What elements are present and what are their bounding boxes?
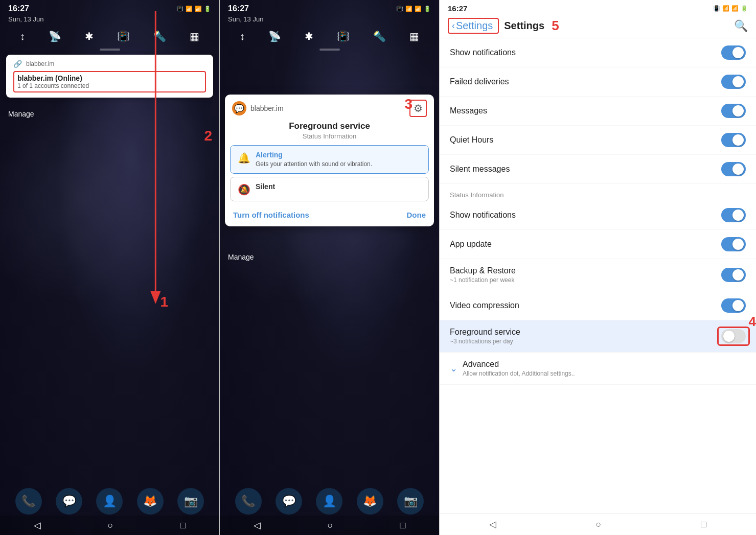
toggle-messages[interactable] xyxy=(721,104,746,118)
quick-settings-2: ↕ 📡 ✱ 📳 🔦 ▦ xyxy=(220,26,439,46)
notif-highlighted-1: blabber.im (Online) 1 of 1 accounts conn… xyxy=(13,71,206,92)
recents-nav-icon-2[interactable]: □ xyxy=(400,520,406,531)
settings-header: ‹ Settings Settings 5 🔍 xyxy=(440,15,756,38)
panel-2: 16:27 📳 📶 📶 🔋 Sun, 13 Jun ↕ 📡 ✱ 📳 🔦 ▦ 💬 … xyxy=(220,0,440,535)
settings-nav-bar: ◁ ○ □ xyxy=(440,513,756,535)
silent-label: Silent xyxy=(256,182,275,191)
contacts-dock-icon[interactable]: 👤 xyxy=(96,488,123,515)
settings-row-foreground-service[interactable]: Foreground service ~3 notifications per … xyxy=(440,320,756,353)
silent-option[interactable]: 🔕 Silent xyxy=(230,177,429,201)
messages-dock-icon-2[interactable]: 💬 xyxy=(276,488,302,515)
settings-row-video-compression[interactable]: Video compression xyxy=(440,291,756,320)
status-information-section: Status Information xyxy=(440,184,756,201)
toggle-quiet-hours[interactable] xyxy=(721,133,746,147)
settings-home-nav-icon[interactable]: ○ xyxy=(596,519,602,530)
settings-row-backup-restore[interactable]: Backup & Restore ~1 notification per wee… xyxy=(440,259,756,291)
back-nav-icon-2[interactable]: ◁ xyxy=(254,520,261,531)
settings-row-messages[interactable]: Messages xyxy=(440,97,756,126)
turn-off-button[interactable]: Turn off notifications xyxy=(233,211,309,219)
toggle-failed-deliveries[interactable] xyxy=(721,75,746,89)
done-button[interactable]: Done xyxy=(407,211,426,219)
contacts-dock-icon-2[interactable]: 👤 xyxy=(316,488,342,515)
row-title-messages: Messages xyxy=(450,106,487,115)
recents-nav-icon[interactable]: □ xyxy=(180,520,186,531)
settings-back-nav-icon[interactable]: ◁ xyxy=(489,519,496,530)
bluetooth-icon: ✱ xyxy=(85,30,94,42)
panel-1: 16:27 📳 📶 📶 🔋 Sun, 13 Jun ↕ 📡 ✱ 📳 🔦 ▦ 🔗 … xyxy=(0,0,220,535)
manage-label-2: Manage xyxy=(220,245,439,265)
settings-battery-icon: 🔋 xyxy=(741,5,748,12)
battery-icon-2: 🔋 xyxy=(424,6,431,12)
toggle-silent-messages[interactable] xyxy=(721,162,746,176)
alerting-label: Alerting xyxy=(256,151,372,159)
vibrate-icon: 📳 xyxy=(176,6,184,12)
settings-search-icon[interactable]: 🔍 xyxy=(734,19,748,33)
time-1: 16:27 xyxy=(8,4,29,13)
row-title-silent-messages: Silent messages xyxy=(450,165,510,174)
toggle-show-notifications[interactable] xyxy=(721,45,746,60)
row-title-app-update: App update xyxy=(450,240,492,249)
fox-dock-icon[interactable]: 🦊 xyxy=(137,488,164,515)
notif-header-1: 🔗 blabber.im xyxy=(13,60,206,68)
advanced-text: Advanced Allow notification dot, Additio… xyxy=(463,360,575,377)
row-title-failed-deliveries: Failed deliveries xyxy=(450,77,509,86)
qs-divider-2 xyxy=(319,49,340,51)
arrows-icon-2: ↕ xyxy=(240,31,245,42)
popup-subtitle: Status Information xyxy=(225,132,434,140)
toggle-video-compression[interactable] xyxy=(721,298,746,313)
step-4: 4 xyxy=(749,314,756,330)
alerting-option[interactable]: 🔔 Alerting Gets your attention with soun… xyxy=(230,145,429,174)
popup-footer: Turn off notifications Done xyxy=(225,204,434,226)
settings-row-quiet-hours[interactable]: Quiet Hours xyxy=(440,126,756,155)
advanced-row[interactable]: ⌄ Advanced Allow notification dot, Addit… xyxy=(440,353,756,385)
settings-row-silent-messages[interactable]: Silent messages xyxy=(440,155,756,184)
camera-dock-icon[interactable]: 📷 xyxy=(177,488,204,515)
step-1: 1 xyxy=(160,294,168,310)
settings-row-show-notifications-2[interactable]: Show notifications xyxy=(440,201,756,230)
popup-app-icon: 💬 xyxy=(232,101,246,115)
settings-status-bar: 16:27 📳 📶 📶 🔋 xyxy=(440,0,756,15)
alerting-desc: Gets your attention with sound or vibrat… xyxy=(256,160,372,168)
fox-dock-icon-2[interactable]: 🦊 xyxy=(357,488,383,515)
messages-dock-icon[interactable]: 💬 xyxy=(56,488,82,515)
settings-status-icons: 📳 📶 📶 🔋 xyxy=(713,5,748,12)
vibrate-qs-icon: 📳 xyxy=(117,30,130,42)
arrows-icon: ↕ xyxy=(20,31,25,42)
popup-app-row: 💬 blabber.im xyxy=(232,101,284,115)
settings-wifi-icon: 📶 xyxy=(722,5,729,12)
advanced-sub: Allow notification dot, Additional setti… xyxy=(463,370,575,377)
settings-header-left: ‹ Settings Settings 5 xyxy=(448,18,559,34)
toggle-backup-restore[interactable] xyxy=(721,268,746,282)
notif-app-1: blabber.im xyxy=(26,60,206,67)
row-sub-foreground-service: ~3 notifications per day xyxy=(450,338,520,345)
link-icon: 🔗 xyxy=(13,60,22,68)
settings-row-app-update[interactable]: App update xyxy=(440,230,756,259)
back-button[interactable]: ‹ Settings xyxy=(448,18,499,34)
settings-row-failed-deliveries[interactable]: Failed deliveries xyxy=(440,67,756,97)
home-nav-icon[interactable]: ○ xyxy=(108,520,113,531)
notification-card-1[interactable]: 🔗 blabber.im blabber.im (Online) 1 of 1 … xyxy=(6,55,213,98)
toggle-app-update[interactable] xyxy=(721,237,746,251)
camera-dock-icon-2[interactable]: 📷 xyxy=(397,488,424,515)
wifi-icon: 📶 xyxy=(186,6,193,12)
row-title-video-compression: Video compression xyxy=(450,301,519,310)
toggle-foreground-service[interactable] xyxy=(721,329,746,343)
popup-title: Foreground service xyxy=(225,117,434,132)
wifi-qs-icon: 📡 xyxy=(49,30,61,42)
phone-dock-icon[interactable]: 📞 xyxy=(15,488,42,515)
back-nav-icon[interactable]: ◁ xyxy=(34,520,41,531)
back-chevron-icon: ‹ xyxy=(452,20,455,31)
phone-dock-icon-2[interactable]: 📞 xyxy=(235,488,262,515)
silent-text: Silent xyxy=(256,182,275,191)
popup-header: 💬 blabber.im ⚙ xyxy=(225,95,434,117)
settings-recents-nav-icon[interactable]: □ xyxy=(701,519,706,530)
bluetooth-icon-2: ✱ xyxy=(305,30,313,42)
quick-settings-1: ↕ 📡 ✱ 📳 🔦 ▦ xyxy=(0,26,219,46)
settings-row-show-notifications[interactable]: Show notifications xyxy=(440,38,756,67)
notif-subtitle-1: 1 of 1 accounts connected xyxy=(17,82,202,89)
date-2: Sun, 13 Jun xyxy=(220,15,439,26)
toggle-show-notifications-2[interactable] xyxy=(721,208,746,222)
nav-bar-1: ◁ ○ □ xyxy=(0,516,219,535)
home-nav-icon-2[interactable]: ○ xyxy=(328,520,333,531)
nfc-icon-2: ▦ xyxy=(409,30,419,42)
